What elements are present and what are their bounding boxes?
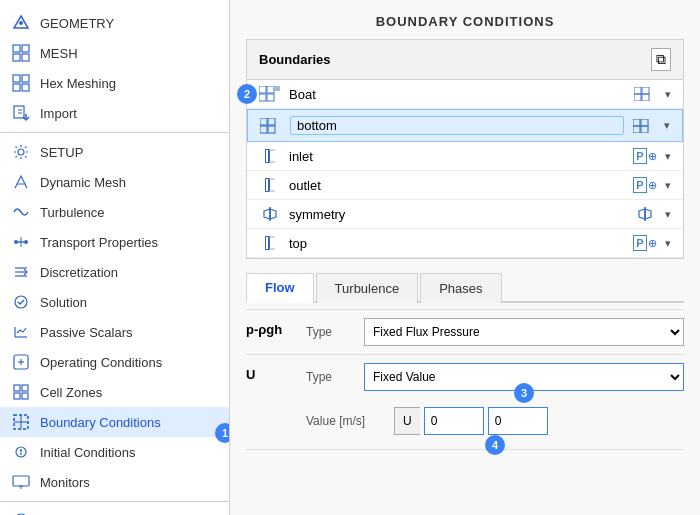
bottom-type-icon bbox=[632, 118, 656, 134]
boundary-row-symmetry[interactable]: symmetry ▾ bbox=[247, 200, 683, 229]
svg-rect-8 bbox=[13, 84, 20, 91]
boat-type-icon bbox=[633, 86, 657, 102]
svg-rect-5 bbox=[22, 54, 29, 61]
U-value-y[interactable] bbox=[488, 407, 548, 435]
sidebar-item-run[interactable]: RUN bbox=[0, 506, 229, 515]
sidebar-item-cell-zones[interactable]: Cell Zones bbox=[0, 377, 229, 407]
outlet-boundary-icon bbox=[259, 177, 281, 193]
sidebar-item-geometry[interactable]: GEOMETRY bbox=[0, 8, 229, 38]
p-rgh-content: Type Fixed Flux Pressure bbox=[306, 318, 684, 346]
sidebar-item-dynamic-mesh-label: Dynamic Mesh bbox=[40, 175, 217, 190]
mesh-icon bbox=[12, 44, 30, 62]
svg-rect-32 bbox=[22, 393, 28, 399]
svg-rect-57 bbox=[633, 119, 640, 126]
boundary-row-inlet[interactable]: inlet P ⊕ ▾ bbox=[247, 142, 683, 171]
inlet-type-icon: P ⊕ bbox=[633, 148, 657, 164]
sidebar-item-initial-conditions-label: Initial Conditions bbox=[40, 445, 217, 460]
svg-rect-46 bbox=[259, 94, 266, 101]
svg-rect-58 bbox=[641, 119, 648, 126]
sidebar-item-import[interactable]: Import bbox=[0, 98, 229, 128]
svg-rect-9 bbox=[22, 84, 29, 91]
top-boundary-name: top bbox=[289, 236, 625, 251]
boat-boundary-icon bbox=[259, 86, 281, 102]
svg-rect-39 bbox=[13, 476, 29, 486]
tab-turbulence[interactable]: Turbulence bbox=[316, 273, 419, 303]
sidebar-item-import-label: Import bbox=[40, 106, 217, 121]
sidebar-item-solution[interactable]: Solution bbox=[0, 287, 229, 317]
copy-icon: ⧉ bbox=[656, 51, 666, 68]
bottom-chevron-icon[interactable]: ▾ bbox=[664, 119, 670, 132]
operating-icon bbox=[12, 353, 30, 371]
sidebar: GEOMETRY MESH Hex Meshing bbox=[0, 0, 230, 515]
sidebar-item-discretization[interactable]: Discretization bbox=[0, 257, 229, 287]
U-value-inputs: U 4 bbox=[394, 407, 684, 435]
svg-rect-53 bbox=[260, 118, 267, 125]
callout-badge-2: 2 bbox=[237, 84, 257, 104]
sidebar-item-setup[interactable]: SETUP bbox=[0, 137, 229, 167]
sidebar-item-passive-scalars[interactable]: Passive Scalars bbox=[0, 317, 229, 347]
sidebar-item-hex-label: Hex Meshing bbox=[40, 76, 217, 91]
svg-rect-61 bbox=[265, 149, 269, 163]
sidebar-item-geometry-label: GEOMETRY bbox=[40, 16, 217, 31]
p-rgh-type-sublabel: Type bbox=[306, 325, 356, 339]
sidebar-item-mesh-label: MESH bbox=[40, 46, 217, 61]
outlet-boundary-name: outlet bbox=[289, 178, 625, 193]
inlet-boundary-icon bbox=[259, 148, 281, 164]
sidebar-item-transport[interactable]: Transport Properties bbox=[0, 227, 229, 257]
sidebar-item-monitors[interactable]: Monitors bbox=[0, 467, 229, 497]
turbulence-icon bbox=[12, 203, 30, 221]
U-value-row: Value [m/s] U 4 bbox=[306, 401, 684, 441]
boundary-icon bbox=[12, 413, 30, 431]
svg-point-1 bbox=[19, 21, 23, 25]
main-content: BOUNDARY CONDITIONS Boundaries ⧉ 2 Boat bbox=[230, 0, 700, 515]
sidebar-item-hex-meshing[interactable]: Hex Meshing bbox=[0, 68, 229, 98]
sidebar-item-operating-label: Operating Conditions bbox=[40, 355, 217, 370]
sidebar-item-mesh[interactable]: MESH bbox=[0, 38, 229, 68]
symmetry-chevron-icon[interactable]: ▾ bbox=[665, 208, 671, 221]
tab-phases[interactable]: Phases bbox=[420, 273, 501, 303]
outlet-type-icon: P ⊕ bbox=[633, 177, 657, 193]
bottom-boundary-name: bottom bbox=[290, 116, 624, 135]
svg-rect-4 bbox=[13, 54, 20, 61]
initial-icon bbox=[12, 443, 30, 461]
svg-point-16 bbox=[14, 240, 18, 244]
svg-rect-31 bbox=[14, 393, 20, 399]
svg-point-14 bbox=[18, 149, 24, 155]
transport-icon bbox=[12, 233, 30, 251]
copy-button[interactable]: ⧉ bbox=[651, 48, 671, 71]
svg-rect-54 bbox=[268, 118, 275, 125]
symmetry-type-icon bbox=[633, 206, 657, 222]
p-rgh-label: p-ρgh bbox=[246, 322, 306, 337]
callout-badge-1: 1 bbox=[215, 423, 230, 443]
U-value-x[interactable] bbox=[424, 407, 484, 435]
svg-rect-45 bbox=[267, 86, 274, 93]
sidebar-item-solution-label: Solution bbox=[40, 295, 217, 310]
sidebar-item-dynamic-mesh[interactable]: Dynamic Mesh bbox=[0, 167, 229, 197]
boundary-row-boat[interactable]: 2 Boat ▾ bbox=[247, 80, 683, 109]
svg-rect-10 bbox=[14, 106, 24, 118]
inlet-chevron-icon[interactable]: ▾ bbox=[665, 150, 671, 163]
boundary-row-bottom[interactable]: bottom ▾ bbox=[247, 109, 683, 142]
boundaries-header: Boundaries ⧉ bbox=[247, 40, 683, 80]
import-icon bbox=[12, 104, 30, 122]
tabs-section: Flow Turbulence Phases p-ρgh Type Fixed … bbox=[246, 271, 684, 450]
sidebar-item-operating[interactable]: Operating Conditions bbox=[0, 347, 229, 377]
boundary-row-top[interactable]: top P ⊕ ▾ bbox=[247, 229, 683, 258]
boat-chevron-icon[interactable]: ▾ bbox=[665, 88, 671, 101]
sidebar-item-initial-conditions[interactable]: Initial Conditions bbox=[0, 437, 229, 467]
symmetry-boundary-name: symmetry bbox=[289, 207, 625, 222]
p-rgh-type-select[interactable]: Fixed Flux Pressure bbox=[364, 318, 684, 346]
boundary-row-outlet[interactable]: outlet P ⊕ ▾ bbox=[247, 171, 683, 200]
outlet-chevron-icon[interactable]: ▾ bbox=[665, 179, 671, 192]
tab-flow[interactable]: Flow bbox=[246, 273, 314, 303]
svg-rect-51 bbox=[634, 94, 641, 101]
scalars-icon bbox=[12, 323, 30, 341]
sidebar-item-turbulence[interactable]: Turbulence bbox=[0, 197, 229, 227]
top-chevron-icon[interactable]: ▾ bbox=[665, 237, 671, 250]
U-type-sublabel: Type bbox=[306, 370, 356, 384]
page-title: BOUNDARY CONDITIONS bbox=[230, 0, 700, 39]
sidebar-item-boundary-conditions[interactable]: Boundary Conditions 1 bbox=[0, 407, 229, 437]
sidebar-item-boundary-conditions-label: Boundary Conditions bbox=[40, 415, 217, 430]
discretization-icon bbox=[12, 263, 30, 281]
boat-boundary-name: Boat bbox=[289, 87, 625, 102]
